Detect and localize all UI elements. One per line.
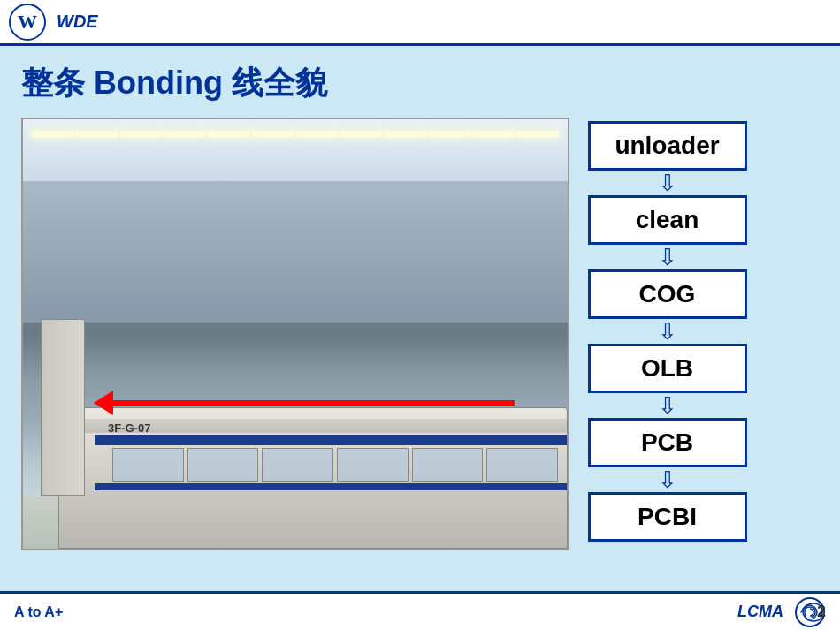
light-9 (385, 131, 427, 138)
window-4 (337, 448, 409, 482)
footer-right: LCMA (737, 596, 826, 628)
page-number: 2 (817, 603, 826, 621)
main-content: 整条 Bonding 线全貌 (0, 46, 840, 591)
flow-step-cog: COG (588, 269, 747, 319)
flow-step-pcbi: PCBI (588, 492, 747, 542)
machine-left (41, 319, 85, 496)
light-4 (164, 131, 206, 138)
machine-windows (112, 448, 558, 482)
window-3 (262, 448, 333, 482)
light-6 (252, 131, 294, 138)
light-2 (76, 131, 118, 138)
machine-mid-strip (95, 483, 567, 490)
arrow-line (113, 400, 515, 406)
footer-bar: A to A+ LCMA 2 (0, 591, 840, 630)
slide-title: 整条 Bonding 线全貌 (21, 62, 819, 105)
flow-arrow-2: ⇩ (650, 245, 685, 269)
window-6 (486, 448, 558, 482)
flow-step-clean: clean (588, 195, 747, 245)
machine-body: 3F-G-07 (58, 407, 568, 549)
content-row: 3F-G-07 unloader ⇩ clean ⇩ COG (21, 118, 819, 582)
header-title: WDE (57, 11, 98, 32)
factory-photo: 3F-G-07 (21, 118, 569, 550)
flow-step-pcb: PCB (588, 418, 747, 467)
flow-step-olb: OLB (588, 344, 747, 393)
ceiling-lights (23, 124, 568, 159)
footer-brand: LCMA (737, 603, 783, 621)
header-bar: W WDE (0, 0, 840, 46)
flow-diagram: unloader ⇩ clean ⇩ COG ⇩ OLB ⇩ PCB ⇩ PCB… (585, 118, 749, 582)
light-1 (32, 131, 74, 138)
flow-arrow-5: ⇩ (650, 467, 685, 492)
flow-arrow-3: ⇩ (650, 319, 685, 344)
company-logo: W (9, 4, 46, 41)
logo-letter: W (18, 11, 37, 34)
flow-arrow-4: ⇩ (650, 393, 685, 418)
flow-arrow-1: ⇩ (650, 171, 685, 195)
light-8 (340, 131, 383, 138)
machine-top-strip (95, 435, 567, 445)
window-5 (412, 448, 484, 482)
window-2 (187, 448, 259, 482)
photo-background: 3F-G-07 (23, 119, 568, 549)
light-3 (120, 131, 163, 138)
arrow-head (94, 391, 113, 415)
window-1 (112, 448, 184, 482)
machine-label: 3F-G-07 (108, 421, 150, 435)
red-arrow (94, 394, 515, 412)
footer-left-text: A to A+ (14, 604, 63, 620)
flow-step-unloader: unloader (588, 121, 747, 171)
light-10 (428, 131, 470, 138)
light-12 (516, 131, 559, 138)
light-11 (472, 131, 515, 138)
back-wall (23, 181, 568, 323)
light-7 (296, 131, 339, 138)
light-5 (208, 131, 250, 138)
